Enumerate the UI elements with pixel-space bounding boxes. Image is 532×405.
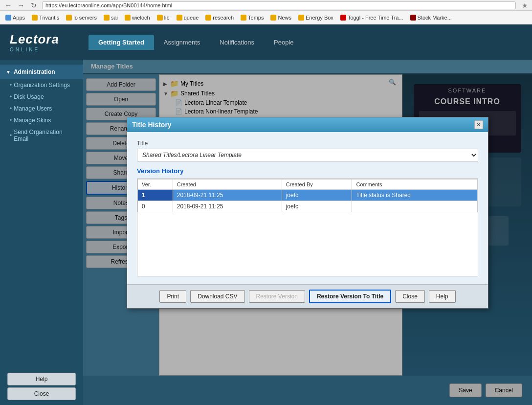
sidebar: ▼ Administration Organization Settings D…: [0, 60, 83, 405]
bookmark-research[interactable]: research: [203, 14, 236, 22]
cell-ver: 0: [138, 201, 173, 212]
apps-icon: [5, 15, 11, 21]
title-history-modal: Title History ✕ Title Shared Titles/Lect…: [127, 117, 488, 309]
folder-icon: [241, 15, 246, 21]
version-table-container: Ver. Created Created By Comments 1 2018-…: [137, 179, 478, 276]
back-button[interactable]: ←: [4, 1, 13, 10]
content-wrapper: Manage Titles Add Folder Open Create Cop…: [83, 60, 532, 405]
folder-icon: [205, 15, 211, 21]
cell-created: 2018-09-21 11:25: [173, 190, 282, 201]
url-bar[interactable]: https://eu.lectoraonline.com/app/BN00144…: [42, 1, 516, 9]
version-history-label: Version History: [137, 167, 478, 175]
folder-icon: [32, 15, 38, 21]
help-button[interactable]: Help: [7, 373, 76, 385]
logo-area: Lectora ONLINE: [10, 32, 59, 52]
tab-people[interactable]: People: [264, 35, 303, 50]
bookmark-lib[interactable]: lib: [155, 14, 172, 22]
bookmark-news[interactable]: News: [268, 14, 294, 22]
sidebar-item-org-settings[interactable]: Organization Settings: [0, 79, 83, 91]
title-select[interactable]: Shared Titles/Lectora Linear Template: [137, 149, 478, 161]
logo-sub: ONLINE: [10, 47, 40, 52]
title-form-group: Title Shared Titles/Lectora Linear Templ…: [137, 140, 478, 161]
title-label: Title: [137, 140, 478, 147]
modal-backdrop: Title History ✕ Title Shared Titles/Lect…: [83, 60, 532, 405]
bookmark-apps[interactable]: Apps: [3, 14, 27, 22]
app-header: Lectora ONLINE Getting Started Assignmen…: [0, 24, 532, 60]
bookmark-trivantis[interactable]: Trivantis: [29, 14, 62, 22]
folder-icon: [66, 15, 72, 21]
close-button[interactable]: Close: [7, 387, 76, 400]
sidebar-arrow-icon: ▼: [6, 69, 11, 75]
main-area: ▼ Administration Organization Settings D…: [0, 60, 532, 405]
reload-button[interactable]: ↻: [29, 1, 38, 10]
help-footer-button[interactable]: Help: [429, 290, 456, 303]
bookmark-temps[interactable]: Temps: [238, 14, 266, 22]
bookmark-toggl[interactable]: Toggl - Free Time Tra...: [338, 14, 406, 22]
tab-getting-started[interactable]: Getting Started: [89, 35, 154, 50]
tab-notifications[interactable]: Notifications: [210, 35, 264, 50]
cell-comments: [352, 201, 478, 212]
toggl-icon: [340, 15, 346, 21]
version-table: Ver. Created Created By Comments 1 2018-…: [137, 179, 478, 212]
col-header-created: Created: [173, 180, 282, 190]
col-header-ver: Ver.: [138, 180, 173, 190]
cell-ver: 1: [138, 190, 173, 201]
modal-close-button[interactable]: ✕: [474, 120, 483, 129]
bookmark-stock[interactable]: Stock Marke...: [408, 14, 454, 22]
bookmark-energy-box[interactable]: Energy Box: [296, 14, 336, 22]
sidebar-item-send-org-email[interactable]: Send Organization Email: [0, 126, 83, 145]
folder-icon: [177, 15, 182, 21]
stock-icon: [410, 15, 416, 21]
table-row[interactable]: 1 2018-09-21 11:25 joefc Title status is…: [138, 190, 478, 201]
sidebar-item-manage-skins[interactable]: Manage Skins: [0, 114, 83, 126]
sidebar-section-header: ▼ Administration: [0, 65, 83, 79]
cell-comments: Title status is Shared: [352, 190, 478, 201]
bookmarks-bar: Apps Trivantis lo servers sai wieloch li…: [0, 11, 532, 24]
sidebar-item-manage-users[interactable]: Manage Users: [0, 103, 83, 114]
bookmark-wieloch[interactable]: wieloch: [122, 14, 153, 22]
folder-icon: [104, 15, 110, 21]
tab-assignments[interactable]: Assignments: [154, 35, 210, 50]
modal-title-bar: Title History ✕: [127, 117, 488, 132]
bookmark-queue[interactable]: queue: [174, 14, 201, 22]
cell-created-by: joefc: [282, 201, 352, 212]
modal-close-footer-button[interactable]: Close: [395, 290, 425, 303]
sidebar-item-disk-usage[interactable]: Disk Usage: [0, 91, 83, 103]
modal-title-text: Title History: [132, 121, 172, 129]
bookmark-star-icon[interactable]: ★: [522, 1, 528, 9]
cell-created-by: joefc: [282, 190, 352, 201]
forward-button[interactable]: →: [17, 1, 25, 10]
logo-text: Lectora: [10, 32, 59, 47]
restore-version-button[interactable]: Restore Version: [249, 290, 305, 303]
nav-tabs: Getting Started Assignments Notification…: [89, 35, 304, 50]
folder-icon: [157, 15, 163, 21]
print-button[interactable]: Print: [159, 290, 186, 303]
bookmark-sai[interactable]: sai: [101, 14, 120, 22]
modal-footer: Print Download CSV Restore Version Resto…: [127, 284, 488, 308]
folder-icon: [125, 15, 131, 21]
browser-chrome: ← → ↻ https://eu.lectoraonline.com/app/B…: [0, 0, 532, 11]
table-row[interactable]: 0 2018-09-21 11:25 joefc: [138, 201, 478, 212]
col-header-created-by: Created By: [282, 180, 352, 190]
download-csv-button[interactable]: Download CSV: [190, 290, 244, 303]
cell-created: 2018-09-21 11:25: [173, 201, 282, 212]
folder-icon: [298, 15, 304, 21]
col-header-comments: Comments: [352, 180, 478, 190]
sidebar-bottom: Help Close: [0, 373, 83, 405]
folder-icon: [270, 15, 276, 21]
modal-body: Title Shared Titles/Lectora Linear Templ…: [127, 132, 488, 284]
bookmark-lo-servers[interactable]: lo servers: [64, 14, 99, 22]
restore-version-to-title-button[interactable]: Restore Version To Title: [309, 290, 391, 303]
